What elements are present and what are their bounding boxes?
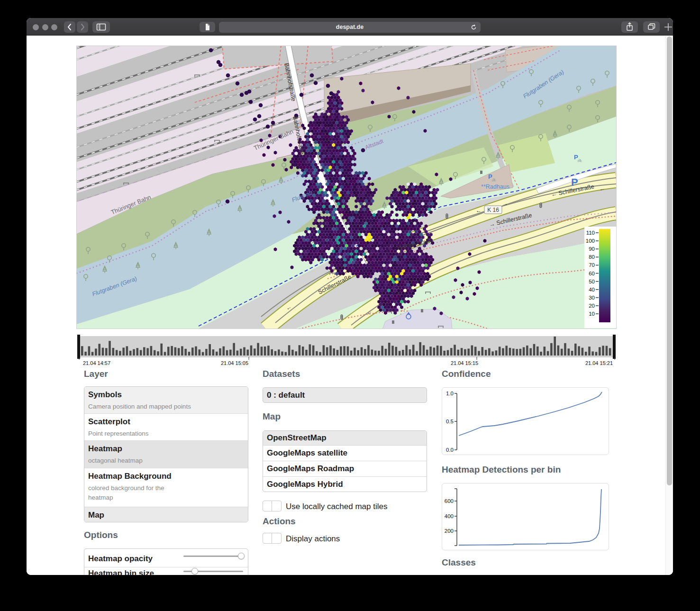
svg-text:70: 70 xyxy=(589,262,595,268)
svg-text:P: P xyxy=(571,176,578,188)
svg-text:60: 60 xyxy=(589,271,595,276)
svg-text:🚲: 🚲 xyxy=(491,177,496,182)
svg-text:100: 100 xyxy=(586,238,595,244)
svg-text:←: ← xyxy=(476,207,482,214)
svg-text:90: 90 xyxy=(589,246,595,252)
svg-text:0.5: 0.5 xyxy=(446,419,454,424)
svg-text:←: ← xyxy=(599,185,605,192)
svg-text:21.04 14:57: 21.04 14:57 xyxy=(83,360,110,366)
svg-text:🚲: 🚲 xyxy=(577,157,582,162)
svg-text:110: 110 xyxy=(586,230,595,236)
svg-text:30: 30 xyxy=(589,295,595,301)
svg-text:20: 20 xyxy=(589,303,595,309)
svg-text:80: 80 xyxy=(589,254,595,260)
svg-text:40: 40 xyxy=(589,287,595,292)
svg-text:600: 600 xyxy=(445,498,454,504)
svg-text:K 16: K 16 xyxy=(487,207,499,213)
svg-text:400: 400 xyxy=(445,513,454,519)
svg-text:1.0: 1.0 xyxy=(446,391,454,396)
svg-text:0.0: 0.0 xyxy=(446,447,454,453)
svg-text:200: 200 xyxy=(445,528,454,534)
svg-text:10: 10 xyxy=(589,311,595,317)
svg-text:21.04 15:21: 21.04 15:21 xyxy=(585,360,613,366)
svg-text:**Radhaus: **Radhaus xyxy=(481,183,509,190)
svg-text:50: 50 xyxy=(589,279,595,284)
svg-text:21.04 15:05: 21.04 15:05 xyxy=(221,360,248,366)
svg-text:21.04 15:15: 21.04 15:15 xyxy=(451,360,478,366)
